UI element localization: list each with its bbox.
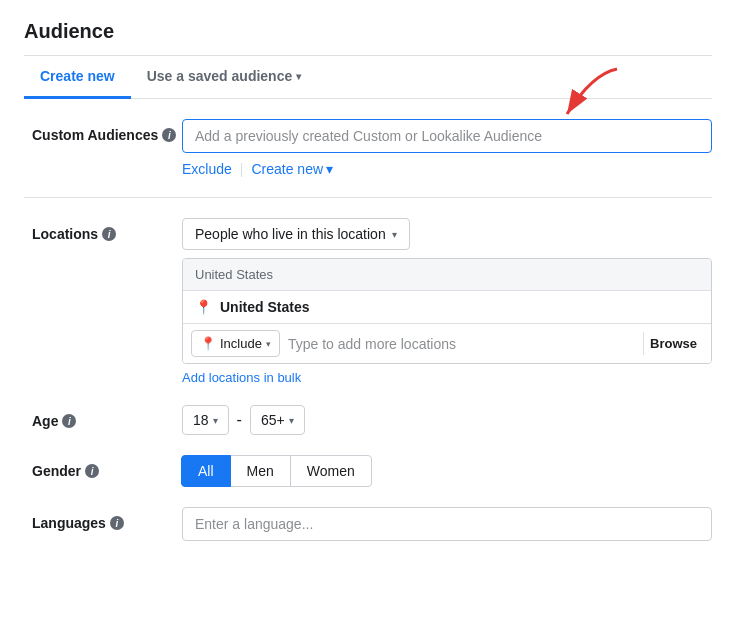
custom-audiences-info-icon[interactable]: i: [162, 128, 176, 142]
gender-row: Gender i All Men Women: [24, 455, 712, 487]
location-item: 📍 United States: [183, 291, 711, 324]
page-title: Audience: [24, 20, 712, 56]
locations-row: Locations i People who live in this loca…: [24, 218, 712, 385]
location-header: United States: [183, 259, 711, 291]
chevron-down-icon: ▾: [296, 71, 301, 82]
custom-audiences-label: Custom Audiences i: [32, 119, 182, 143]
tab-saved-audience[interactable]: Use a saved audience ▾: [131, 56, 318, 99]
location-search-input[interactable]: [288, 332, 635, 356]
location-search-row: 📍 Include ▾ Browse: [183, 324, 711, 363]
custom-audiences-content: Exclude | Create new ▾: [182, 119, 712, 177]
gender-all-button[interactable]: All: [181, 455, 231, 487]
create-new-link[interactable]: Create new ▾: [251, 161, 333, 177]
age-label: Age i: [32, 405, 182, 429]
age-info-icon[interactable]: i: [62, 414, 76, 428]
custom-audiences-input[interactable]: [182, 119, 712, 153]
chevron-down-icon: ▾: [213, 415, 218, 426]
chevron-down-icon: ▾: [392, 229, 397, 240]
gender-label: Gender i: [32, 455, 182, 479]
age-separator: -: [237, 411, 242, 429]
age-controls: 18 ▾ - 65+ ▾: [182, 405, 712, 435]
bulk-locations-link[interactable]: Add locations in bulk: [182, 370, 301, 385]
exclude-link[interactable]: Exclude: [182, 161, 232, 177]
age-min-select[interactable]: 18 ▾: [182, 405, 229, 435]
gender-women-button[interactable]: Women: [290, 455, 372, 487]
pin-icon: 📍: [200, 336, 216, 351]
location-name: United States: [220, 299, 309, 315]
location-box: United States 📍 United States 📍 Include …: [182, 258, 712, 364]
audience-links: Exclude | Create new ▾: [182, 161, 712, 177]
locations-label: Locations i: [32, 218, 182, 242]
chevron-down-icon: ▾: [326, 161, 333, 177]
section-divider: [24, 197, 712, 198]
gender-info-icon[interactable]: i: [85, 464, 99, 478]
languages-row: Languages i: [24, 507, 712, 541]
age-max-select[interactable]: 65+ ▾: [250, 405, 305, 435]
age-row: Age i 18 ▾ - 65+ ▾: [24, 405, 712, 435]
chevron-down-icon: ▾: [289, 415, 294, 426]
languages-input[interactable]: [182, 507, 712, 541]
browse-button[interactable]: Browse: [643, 332, 703, 355]
tab-create-new[interactable]: Create new: [24, 56, 131, 99]
age-content: 18 ▾ - 65+ ▾: [182, 405, 712, 435]
tab-bar: Create new Use a saved audience ▾: [24, 56, 712, 99]
languages-label: Languages i: [32, 507, 182, 531]
custom-audiences-row: Custom Audiences i Exclude | Create new …: [24, 119, 712, 177]
gender-controls: All Men Women: [182, 455, 712, 487]
locations-content: People who live in this location ▾ Unite…: [182, 218, 712, 385]
link-divider: |: [240, 161, 244, 177]
locations-info-icon[interactable]: i: [102, 227, 116, 241]
include-dropdown[interactable]: 📍 Include ▾: [191, 330, 280, 357]
gender-content: All Men Women: [182, 455, 712, 487]
location-type-dropdown[interactable]: People who live in this location ▾: [182, 218, 410, 250]
chevron-down-icon: ▾: [266, 339, 271, 349]
location-pin-icon: 📍: [195, 299, 212, 315]
gender-men-button[interactable]: Men: [230, 455, 291, 487]
languages-content: [182, 507, 712, 541]
languages-info-icon[interactable]: i: [110, 516, 124, 530]
